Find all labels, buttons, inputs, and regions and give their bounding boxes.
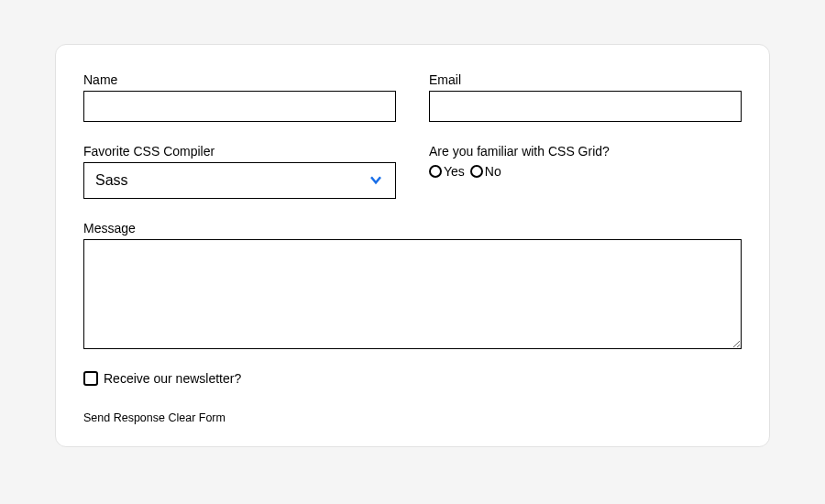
chevron-down-icon — [369, 173, 382, 186]
grid-no-label: No — [485, 164, 501, 179]
grid-question-label: Are you familiar with CSS Grid? — [429, 144, 742, 159]
compiler-field-group: Favorite CSS Compiler Sass — [83, 144, 396, 199]
radio-circle-icon — [429, 165, 442, 178]
grid-yes-radio[interactable]: Yes — [429, 164, 465, 179]
grid-yes-label: Yes — [444, 164, 465, 179]
form-actions: Send Response Clear Form — [83, 411, 742, 424]
grid-no-radio[interactable]: No — [470, 164, 501, 179]
radio-circle-icon — [470, 165, 483, 178]
message-field-group: Message — [83, 221, 742, 349]
row-name-email: Name Email — [83, 72, 742, 122]
compiler-select[interactable]: Sass — [83, 162, 396, 199]
name-field-group: Name — [83, 72, 396, 122]
name-input[interactable] — [83, 91, 396, 122]
grid-question-group: Are you familiar with CSS Grid? Yes No — [429, 144, 742, 199]
send-response-button[interactable]: Send Response — [83, 411, 165, 424]
newsletter-checkbox[interactable]: Receive our newsletter? — [83, 371, 742, 386]
clear-form-button[interactable]: Clear Form — [168, 411, 226, 424]
newsletter-label: Receive our newsletter? — [104, 371, 241, 386]
name-label: Name — [83, 72, 396, 87]
row-compiler-grid: Favorite CSS Compiler Sass Are you famil… — [83, 144, 742, 199]
message-label: Message — [83, 221, 742, 236]
checkbox-box-icon — [83, 371, 98, 386]
compiler-selected-value: Sass — [95, 172, 128, 189]
message-textarea[interactable] — [83, 239, 742, 349]
form-card: Name Email Favorite CSS Compiler Sass Ar… — [55, 44, 770, 447]
email-field-group: Email — [429, 72, 742, 122]
grid-radio-row: Yes No — [429, 164, 742, 179]
email-input[interactable] — [429, 91, 742, 122]
email-label: Email — [429, 72, 742, 87]
compiler-label: Favorite CSS Compiler — [83, 144, 396, 159]
